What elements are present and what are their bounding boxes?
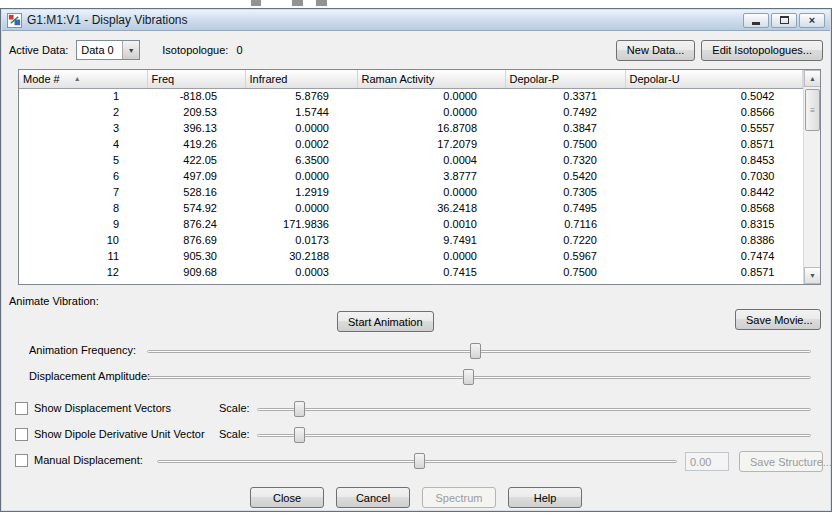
table-cell: 6.3500 (245, 152, 357, 168)
column-header-depolar-u[interactable]: Depolar-U (625, 70, 803, 88)
slider-track[interactable] (147, 376, 811, 379)
displacement-amplitude-slider[interactable] (147, 368, 811, 386)
table-cell: 0.0000 (357, 88, 505, 104)
table-cell: 0.7415 (357, 264, 505, 280)
column-header-depolar-p[interactable]: Depolar-P (505, 70, 625, 88)
table-row[interactable]: 9876.24171.98360.00100.71160.8315 (19, 216, 803, 232)
table-row[interactable]: 5422.056.35000.00040.73200.8453 (19, 152, 803, 168)
animation-frequency-slider[interactable] (147, 342, 811, 360)
slider-thumb[interactable] (463, 369, 474, 385)
table-cell: 876.24 (147, 216, 245, 232)
animate-vibration-label: Animate Vibration: (9, 295, 99, 307)
table-row[interactable]: 6497.090.00003.87770.54200.7030 (19, 168, 803, 184)
scroll-up-button[interactable]: ▲ (804, 70, 821, 87)
animation-frequency-label: Animation Frequency: (29, 344, 136, 356)
table-cell: 9.7491 (357, 232, 505, 248)
slider-thumb[interactable] (294, 401, 305, 417)
minimize-icon (752, 22, 760, 25)
new-data-button[interactable]: New Data... (616, 40, 695, 61)
displacement-amplitude-label: Displacement Amplitude: (29, 370, 150, 382)
table-row[interactable]: 4419.260.000217.20790.75000.8571 (19, 136, 803, 152)
table-cell: 10 (19, 232, 147, 248)
table-cell: 0.7492 (505, 104, 625, 120)
display-vibrations-dialog: G1:M1:V1 - Display Vibrations × Active D… (0, 8, 832, 512)
table-row[interactable]: 8574.920.000036.24180.74950.8568 (19, 200, 803, 216)
table-cell: 6 (19, 168, 147, 184)
chevron-down-icon[interactable]: ▼ (122, 41, 139, 59)
table-cell: 0.8571 (625, 136, 803, 152)
scroll-down-button[interactable]: ▼ (804, 267, 821, 284)
column-header-mode[interactable]: Mode #▲ (19, 70, 147, 88)
table-cell: 0.8571 (625, 264, 803, 280)
window-title: G1:M1:V1 - Display Vibrations (27, 13, 188, 27)
slider-thumb[interactable] (470, 343, 481, 359)
isotopologue-value: 0 (236, 44, 242, 56)
table-cell: 7 (19, 184, 147, 200)
cancel-button[interactable]: Cancel (336, 487, 410, 508)
manual-displacement-input[interactable] (685, 452, 729, 471)
slider-thumb[interactable] (294, 427, 305, 443)
table-cell: 3.8777 (357, 168, 505, 184)
table-cell: 171.9836 (245, 216, 357, 232)
table-cell: 0.7500 (505, 136, 625, 152)
save-movie-button[interactable]: Save Movie... (735, 309, 821, 330)
scroll-thumb[interactable]: ≡ (805, 89, 820, 131)
background-artifact (292, 0, 303, 6)
table-cell: 419.26 (147, 136, 245, 152)
table-row[interactable]: 10876.690.01739.74910.72200.8386 (19, 232, 803, 248)
table-cell: 5.8769 (245, 88, 357, 104)
save-structure-button[interactable]: Save Structure... (739, 451, 823, 472)
slider-track[interactable] (257, 434, 811, 437)
dipole-scale-slider[interactable] (257, 426, 811, 444)
minimize-button[interactable] (743, 13, 769, 28)
table-cell: 0.7500 (505, 264, 625, 280)
maximize-button[interactable] (771, 13, 797, 28)
table-cell: 3 (19, 120, 147, 136)
table-cell: 0.0173 (245, 232, 357, 248)
table-cell: 396.13 (147, 120, 245, 136)
vibration-table-body: 1-818.055.87690.00000.33710.50422209.531… (19, 88, 803, 280)
table-cell: 528.16 (147, 184, 245, 200)
close-button[interactable]: × (799, 13, 825, 28)
table-cell: 0.7495 (505, 200, 625, 216)
vectors-scale-slider[interactable] (257, 400, 811, 418)
table-cell: 0.0000 (245, 168, 357, 184)
manual-displacement-slider[interactable] (157, 452, 677, 470)
close-icon: × (809, 15, 815, 26)
table-row[interactable]: 1-818.055.87690.00000.33710.5042 (19, 88, 803, 104)
table-row[interactable]: 3396.130.000016.87080.38470.5557 (19, 120, 803, 136)
column-header-freq[interactable]: Freq (147, 70, 245, 88)
spectrum-button[interactable]: Spectrum (422, 487, 496, 508)
title-bar[interactable]: G1:M1:V1 - Display Vibrations × (2, 10, 830, 31)
table-cell: 0.7220 (505, 232, 625, 248)
table-cell: 905.30 (147, 248, 245, 264)
table-cell: 0.8442 (625, 184, 803, 200)
table-row[interactable]: 7528.161.29190.00000.73050.8442 (19, 184, 803, 200)
table-row[interactable]: 11905.3030.21880.00000.59670.7474 (19, 248, 803, 264)
table-row[interactable]: 12909.680.00030.74150.75000.8571 (19, 264, 803, 280)
table-cell: 0.0000 (245, 120, 357, 136)
active-data-select[interactable]: Data 0 ▼ (76, 40, 140, 60)
manual-displacement-checkbox[interactable] (15, 454, 28, 467)
show-displacement-vectors-checkbox[interactable] (15, 402, 28, 415)
table-cell: 0.0000 (357, 248, 505, 264)
table-cell: 209.53 (147, 104, 245, 120)
close-dialog-button[interactable]: Close (250, 487, 324, 508)
table-cell: 36.2418 (357, 200, 505, 216)
table-cell: 2 (19, 104, 147, 120)
slider-track[interactable] (257, 408, 811, 411)
table-cell: 0.8315 (625, 216, 803, 232)
table-scrollbar[interactable]: ▲ ≡ ▼ (803, 70, 820, 284)
column-header-infrared[interactable]: Infrared (245, 70, 357, 88)
table-row[interactable]: 2209.531.57440.00000.74920.8566 (19, 104, 803, 120)
table-cell: 0.0000 (357, 184, 505, 200)
background-artifact (251, 0, 261, 6)
column-header-raman[interactable]: Raman Activity (357, 70, 505, 88)
table-cell: 0.7305 (505, 184, 625, 200)
edit-isotopologues-button[interactable]: Edit Isotopologues... (701, 40, 823, 61)
slider-thumb[interactable] (414, 453, 425, 469)
show-dipole-vector-checkbox[interactable] (15, 428, 28, 441)
help-button[interactable]: Help (508, 487, 582, 508)
start-animation-button[interactable]: Start Animation (337, 311, 434, 332)
table-cell: 0.8453 (625, 152, 803, 168)
